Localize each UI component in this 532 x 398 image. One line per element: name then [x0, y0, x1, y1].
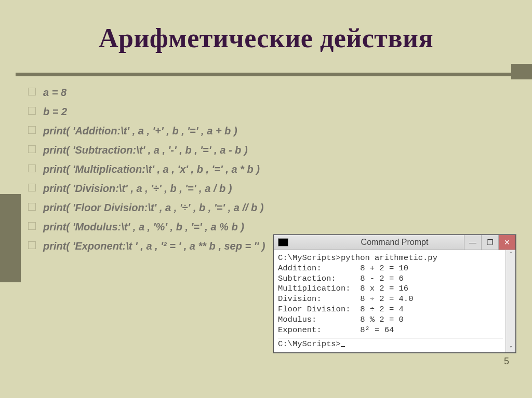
- list-item: b = 2: [28, 104, 496, 119]
- bullet-text: print( 'Floor Division:\t' , a , '÷' , b…: [43, 200, 264, 215]
- bullet-text: print( 'Modulus:\t' , a , '%' , b , '=' …: [43, 219, 244, 235]
- divider-right: [511, 64, 532, 79]
- console-output: C:\MyScripts>python arithmetic.py Additi…: [278, 253, 503, 336]
- code-bullets: a = 8 b = 2 print( 'Addition:\t' , a , '…: [28, 85, 496, 258]
- console-icon: [278, 238, 288, 246]
- bullet-icon: [28, 88, 36, 95]
- bullet-icon: [28, 241, 36, 249]
- bullet-icon: [28, 107, 36, 115]
- window-controls: — ❐ ✕: [464, 235, 515, 250]
- bullet-text: print( 'Division:\t' , a , '÷' , b , '='…: [43, 181, 232, 196]
- page-number: 5: [504, 356, 509, 367]
- list-item: print( 'Multiplication:\t' , a , 'x' , b…: [28, 162, 496, 177]
- scroll-up-icon[interactable]: ˄: [510, 250, 512, 258]
- maximize-button[interactable]: ❐: [481, 235, 498, 250]
- bullet-icon: [28, 164, 36, 172]
- list-item: print( 'Subtraction:\t' , a , '-' , b , …: [28, 143, 496, 158]
- bullet-icon: [28, 222, 36, 230]
- bullet-text: print( 'Exponent:\t ' , a , '² = ' , a *…: [43, 239, 265, 254]
- bullet-icon: [28, 184, 36, 191]
- scrollbar[interactable]: ˄ ˅: [506, 250, 515, 352]
- list-item: print( 'Division:\t' , a , '÷' , b , '='…: [28, 181, 496, 196]
- console-prompt[interactable]: C:\MyScripts>: [278, 339, 503, 350]
- list-item: print( 'Modulus:\t' , a , '%' , b , '=' …: [28, 219, 496, 235]
- bullet-icon: [28, 203, 36, 211]
- list-item: print( 'Addition:\t' , a , '+' , b , '='…: [28, 123, 496, 139]
- bullet-text: print( 'Subtraction:\t' , a , '-' , b , …: [43, 143, 248, 158]
- bullet-text: a = 8: [43, 85, 66, 100]
- console-body: ˄ ˅ C:\MyScripts>python arithmetic.py Ad…: [274, 250, 515, 352]
- minimize-button[interactable]: —: [464, 235, 481, 250]
- scroll-down-icon[interactable]: ˅: [510, 345, 512, 352]
- bullet-text: b = 2: [43, 104, 67, 119]
- bullet-text: print( 'Multiplication:\t' , a , 'x' , b…: [43, 162, 260, 177]
- divider-left: [0, 194, 21, 282]
- command-prompt-window: Command Prompt — ❐ ✕ ˄ ˅ C:\MyScripts>py…: [273, 235, 516, 353]
- window-titlebar[interactable]: Command Prompt — ❐ ✕: [274, 235, 515, 250]
- list-item: a = 8: [28, 85, 496, 100]
- bullet-icon: [28, 126, 36, 134]
- divider-top: [16, 73, 517, 76]
- close-button[interactable]: ✕: [498, 235, 515, 250]
- bullet-icon: [28, 145, 36, 153]
- page-title: Арифметические действия: [0, 23, 532, 53]
- bullet-text: print( 'Addition:\t' , a , '+' , b , '='…: [43, 123, 237, 139]
- cursor-icon: [341, 346, 345, 347]
- console-divider: [278, 338, 503, 338]
- list-item: print( 'Floor Division:\t' , a , '÷' , b…: [28, 200, 496, 215]
- slide: Арифметические действия a = 8 b = 2 prin…: [0, 0, 532, 398]
